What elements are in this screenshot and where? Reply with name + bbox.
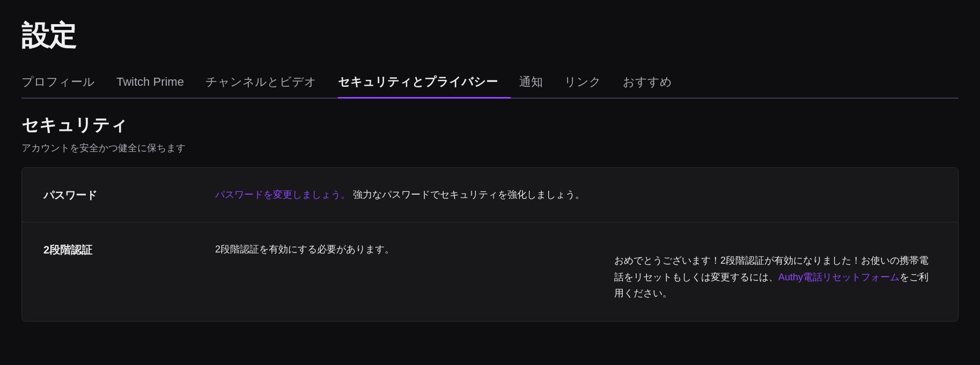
tab-links[interactable]: リンク: [564, 68, 614, 98]
tab-recommendations[interactable]: おすすめ: [623, 68, 685, 98]
two-factor-detail: おめでとうございます！2段階認証が有効になりました！お使いの携帯電話をリセットも…: [443, 252, 937, 302]
two-factor-label: 2段階認証: [43, 242, 215, 257]
change-password-link[interactable]: パスワードを変更しましょう。: [215, 189, 350, 200]
page-container: 設定 プロフィール Twitch Prime チャンネルとビデオ セキュリティと…: [0, 0, 980, 322]
settings-card: パスワード パスワードを変更しましょう。 強力なパスワードでセキュリティを強化し…: [21, 167, 959, 322]
page-title: 設定: [21, 17, 959, 55]
password-label: パスワード: [43, 187, 215, 203]
nav-tabs: プロフィール Twitch Prime チャンネルとビデオ セキュリティとプライ…: [21, 68, 959, 99]
password-content: パスワードを変更しましょう。 強力なパスワードでセキュリティを強化しましょう。: [215, 187, 937, 203]
password-row: パスワード パスワードを変更しましょう。 強力なパスワードでセキュリティを強化し…: [22, 168, 958, 222]
tab-profile[interactable]: プロフィール: [21, 68, 108, 98]
tab-notifications[interactable]: 通知: [519, 68, 556, 98]
two-factor-row: 2段階認証 2段階認証を有効にする必要があります。 おめでとうございます！2段階…: [22, 222, 958, 321]
tab-twitch-prime[interactable]: Twitch Prime: [116, 69, 197, 96]
tab-security-privacy[interactable]: セキュリティとプライバシー: [338, 68, 511, 98]
authy-reset-link[interactable]: Authy電話リセットフォーム: [778, 272, 900, 282]
password-description: 強力なパスワードでセキュリティを強化しましょう。: [353, 189, 585, 200]
two-factor-inner: 2段階認証 2段階認証を有効にする必要があります。: [43, 242, 443, 257]
two-factor-primary-text: 2段階認証を有効にする必要があります。: [215, 244, 394, 255]
section-title: セキュリティ: [21, 114, 959, 137]
tab-channel-video[interactable]: チャンネルとビデオ: [205, 68, 329, 98]
two-factor-primary: 2段階認証を有効にする必要があります。: [215, 242, 443, 257]
section-subtitle: アカウントを安全かつ健全に保ちます: [21, 141, 959, 154]
